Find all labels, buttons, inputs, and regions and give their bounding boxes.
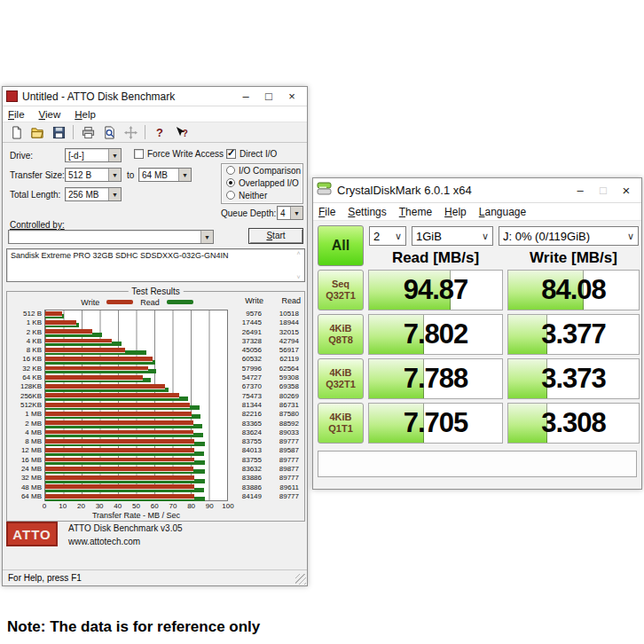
menu-item-file[interactable]: File [8, 109, 25, 120]
write-bar [45, 430, 193, 436]
radio-icon[interactable] [226, 166, 235, 175]
maximize-button[interactable]: □ [257, 90, 280, 103]
menu-item-help[interactable]: Help [444, 206, 467, 218]
test-results-group: Test Results Write Read Write Read 512 B… [6, 291, 305, 522]
read-value: 10518 [265, 310, 302, 318]
menu-item-settings[interactable]: Settings [348, 206, 386, 218]
cdm-result-row: 4KiBQ8T87.8023.377 [313, 314, 641, 355]
resize-grip[interactable] [295, 574, 306, 585]
test-count-select[interactable]: 2∨ [369, 226, 406, 246]
chart-bar-row [45, 402, 227, 411]
radio-i-o-comparison[interactable]: I/O Comparison [222, 164, 302, 177]
queue-depth-select[interactable]: 4▼ [277, 206, 303, 220]
drive-label: Drive: [10, 151, 33, 161]
score-value: 94.87 [369, 271, 502, 310]
transfer-size-from-select[interactable]: 512 B▼ [65, 168, 122, 182]
direct-io-checkbox[interactable]: Direct I/O [226, 149, 277, 159]
menu-item-language[interactable]: Language [479, 206, 526, 218]
chart-row-label: 8 KB [9, 346, 44, 355]
chevron-down-icon[interactable]: ▼ [178, 169, 191, 181]
read-value: 89877 [265, 465, 302, 474]
cdm-body: All 2∨ 1GiB∨ J: 0% (0/119GiB)∨ Read [MB/… [313, 222, 641, 489]
cdm-menubar: FileSettingsThemeHelpLanguage [313, 203, 641, 221]
menu-item-file[interactable]: File [318, 206, 335, 218]
force-write-access-checkbox[interactable]: Force Write Access [134, 149, 224, 159]
minimize-button[interactable]: – [234, 90, 257, 103]
crystaldiskmark-window: CrystalDiskMark 6.0.1 x64 – □ × FileSett… [312, 177, 642, 490]
chevron-down-icon[interactable]: ▼ [108, 169, 121, 181]
open-file-icon[interactable] [27, 124, 47, 141]
chevron-down-icon[interactable]: ▼ [108, 188, 121, 200]
read-header: Read [MB/s] [368, 249, 503, 267]
x-tick-label: 20 [77, 502, 85, 510]
save-icon[interactable] [49, 124, 68, 141]
read-value: 56917 [265, 346, 302, 355]
scrollbar[interactable]: ˄ ˅ [294, 250, 303, 280]
radio-overlapped-i-o[interactable]: Overlapped I/O [222, 177, 302, 189]
x-tick-label: 60 [151, 502, 159, 510]
write-value: 83755 [228, 437, 265, 446]
checkbox-icon[interactable] [226, 149, 236, 159]
read-value: 86731 [265, 401, 302, 410]
read-value: 87580 [265, 410, 302, 419]
write-bar [45, 484, 194, 490]
test-button-4kib-q32t1[interactable]: 4KiBQ32T1 [318, 358, 364, 399]
close-button[interactable]: × [280, 90, 303, 103]
device-description-box[interactable]: Sandisk Extreme PRO 32GB SDHC SDSDXXG-03… [6, 248, 305, 282]
chart-row-label: 512 B [9, 310, 44, 318]
new-file-icon[interactable] [6, 124, 26, 141]
read-value: 32015 [265, 328, 302, 337]
minimize-button[interactable]: – [569, 184, 592, 197]
write-value: 83755 [228, 456, 265, 465]
drive-select[interactable]: [-d-]▼ [65, 148, 122, 162]
controlled-by-select[interactable]: ▼ [8, 230, 214, 244]
print-preview-icon[interactable] [99, 124, 119, 141]
io-mode-radio-group: I/O ComparisonOverlapped I/ONeither [221, 163, 303, 204]
test-button-4kib-q1t1[interactable]: 4KiBQ1T1 [318, 403, 364, 444]
chart-bar-row [45, 365, 227, 374]
write-value: 17445 [228, 318, 265, 327]
about-icon[interactable]: ? [150, 124, 169, 141]
menu-item-view[interactable]: View [39, 109, 61, 120]
chevron-down-icon[interactable]: ▼ [290, 207, 302, 219]
write-bar [45, 339, 112, 344]
test-size-select[interactable]: 1GiB∨ [412, 226, 493, 246]
maximize-button: □ [592, 184, 615, 197]
score-value: 7.705 [369, 404, 502, 443]
test-button-4kib-q8t8[interactable]: 4KiBQ8T8 [318, 314, 364, 355]
write-legend-swatch [106, 300, 133, 304]
target-drive-select[interactable]: J: 0% (0/119GiB)∨ [499, 226, 639, 246]
write-bar [45, 311, 62, 317]
atto-titlebar: Untitled - ATTO Disk Benchmark – □ × [3, 87, 307, 106]
comment-box[interactable] [318, 451, 637, 477]
atto-version-text: ATTO Disk Benchmark v3.05 [68, 523, 183, 533]
cdm-window-title: CrystalDiskMark 6.0.1 x64 [337, 184, 569, 197]
write-bar [45, 329, 92, 334]
chart-x-axis-label: Transfer Rate - MB / Sec [44, 511, 228, 520]
transfer-size-to-select[interactable]: 64 MB▼ [138, 168, 192, 182]
chevron-down-icon[interactable]: ▼ [200, 231, 213, 243]
close-button[interactable]: × [615, 183, 638, 198]
write-column-header: Write [230, 296, 267, 308]
checkbox-icon[interactable] [134, 149, 144, 159]
radio-icon[interactable] [226, 191, 235, 200]
chart-bar-row [45, 374, 227, 383]
print-icon[interactable] [78, 124, 98, 141]
all-test-button[interactable]: All [318, 225, 364, 266]
menu-item-theme[interactable]: Theme [399, 206, 432, 218]
write-bar [45, 458, 194, 463]
total-length-select[interactable]: 256 MB▼ [65, 187, 122, 201]
chart-bar-row [45, 338, 227, 347]
chevron-down-icon[interactable]: ▼ [108, 149, 121, 161]
cdm-result-row: 4KiBQ32T17.7883.373 [313, 358, 641, 399]
radio-neither[interactable]: Neither [222, 189, 302, 201]
write-bar [45, 357, 153, 362]
test-button-seq-q32t1[interactable]: SeqQ32T1 [318, 270, 364, 310]
test-results-title: Test Results [128, 287, 183, 296]
radio-icon[interactable] [226, 178, 235, 187]
write-bar [45, 420, 193, 426]
start-button[interactable]: Start [248, 228, 303, 244]
menu-item-help[interactable]: Help [75, 109, 96, 120]
chart-row-label: 128KB [9, 382, 44, 391]
context-help-icon[interactable]: ? [171, 124, 191, 141]
